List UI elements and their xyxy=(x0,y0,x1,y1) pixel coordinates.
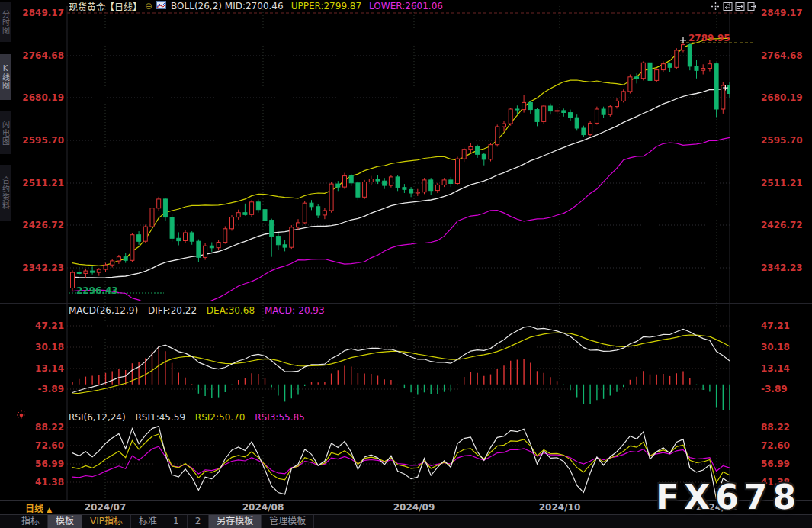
macd-header: MACD(26,12,9) DIFF:20.22 DEA:30.68 MACD:… xyxy=(69,305,325,316)
price-axis-label: 2764.68 xyxy=(761,51,803,61)
price-axis-label: 2680.19 xyxy=(15,93,64,103)
collapse-icon[interactable]: ⊖ xyxy=(145,1,152,11)
chart-header: 现货黄金【日线】 ⊖ BOLL(26,2) MID:2700.46 UPPER:… xyxy=(69,1,443,11)
boll-upper-value: UPPER:2799.87 xyxy=(291,1,361,11)
tab-indicators[interactable]: 指标 xyxy=(14,515,48,528)
tab-manage-template[interactable]: 管理模板 xyxy=(262,515,314,528)
macd-diff-value: DIFF:20.22 xyxy=(148,305,197,316)
macd-axis-label: -3.89 xyxy=(15,385,64,394)
macd-axis-label: 30.18 xyxy=(761,343,790,353)
pan-right-icon[interactable] xyxy=(747,2,757,11)
boll-mid-value: BOLL(26,2) MID:2700.46 xyxy=(171,1,284,11)
boll-lower-value: LOWER:2601.06 xyxy=(369,1,443,11)
macd-name: MACD(26,12,9) xyxy=(69,305,138,316)
price-axis-label: 2595.70 xyxy=(15,136,64,146)
x-axis-month-label: 2024/07 xyxy=(79,502,132,513)
price-axis-label: 2764.68 xyxy=(15,51,64,61)
watermark: FX678 xyxy=(656,478,801,517)
rsi1-value: RSI1:45.59 xyxy=(136,412,186,423)
rsi-axis-label: 72.60 xyxy=(761,441,790,451)
sidebar-item-time-chart[interactable]: 分时图 xyxy=(0,2,11,42)
rsi2-value: RSI2:50.70 xyxy=(195,412,246,423)
macd-dea-value: DEA:30.68 xyxy=(207,305,255,316)
price-axis-label: 2849.17 xyxy=(761,8,803,18)
rsi-header: RSI(6,12,24) RSI1:45.59 RSI2:50.70 RSI3:… xyxy=(69,412,305,423)
alert-dot-icon[interactable] xyxy=(15,409,27,421)
macd-axis-label: -3.89 xyxy=(761,385,788,394)
macd-axis-label: 47.21 xyxy=(761,321,790,331)
sidebar-item-label: 合约资料 xyxy=(0,176,11,210)
macd-axis-label: 30.18 xyxy=(15,343,64,353)
tab-templates[interactable]: 模板 xyxy=(48,515,82,528)
chart-toolbar xyxy=(711,2,757,11)
tab-save-template[interactable]: 另存模板 xyxy=(209,515,262,528)
price-axis-label: 2595.70 xyxy=(761,136,803,146)
chart-type-icon[interactable] xyxy=(156,1,166,11)
x-axis-month-label: 2024/09 xyxy=(387,502,441,513)
price-axis-label: 2342.23 xyxy=(761,263,803,273)
price-axis-label: 2680.19 xyxy=(761,93,803,103)
rsi-axis-label: 72.60 xyxy=(15,441,64,451)
low-price-annotation: 2296.43 xyxy=(76,285,118,296)
chart-canvas[interactable] xyxy=(0,0,812,528)
sidebar-item-kline-chart[interactable]: K线图 xyxy=(0,54,11,100)
price-axis-label: 2342.23 xyxy=(15,263,64,273)
x-axis-month-label: 2024/08 xyxy=(236,502,290,513)
x-axis-month-label: 2024/10 xyxy=(533,502,586,513)
instrument-title: 现货黄金【日线】 xyxy=(69,0,142,13)
rsi-axis-label: 56.99 xyxy=(761,459,790,469)
sidebar-item-contract-info[interactable]: 合约资料 xyxy=(0,165,11,221)
sidebar-item-label: 闪电图 xyxy=(0,121,11,146)
chart-application: 分时图 K线图 闪电图 合约资料 现货黄金【日线】 ⊖ BOLL(26,2) M… xyxy=(0,0,812,528)
period-label: 日线 xyxy=(25,504,43,514)
price-axis-label: 2426.72 xyxy=(761,221,803,230)
expand-horizontal-icon[interactable] xyxy=(735,2,745,11)
rsi3-value: RSI3:55.85 xyxy=(255,412,305,423)
period-selector[interactable]: 日线 ▲ xyxy=(25,501,52,514)
sidebar-item-label: K线图 xyxy=(0,64,11,90)
crosshair-icon[interactable] xyxy=(711,2,721,11)
macd-macd-value: MACD:-20.93 xyxy=(265,305,325,316)
rsi-axis-label: 88.22 xyxy=(761,423,790,433)
macd-axis-label: 13.14 xyxy=(15,364,64,374)
sidebar-item-label: 分时图 xyxy=(0,10,11,35)
rsi-name: RSI(6,12,24) xyxy=(69,412,126,423)
price-axis-label: 2849.17 xyxy=(15,8,64,18)
high-price-annotation: 2789.95 xyxy=(688,33,730,43)
macd-axis-label: 13.14 xyxy=(761,364,790,374)
macd-axis-label: 47.21 xyxy=(15,321,64,331)
dropdown-arrow-icon: ▲ xyxy=(47,506,52,514)
compress-horizontal-icon[interactable] xyxy=(723,2,733,11)
price-axis-label: 2511.21 xyxy=(15,179,64,188)
tab-vip-indicators[interactable]: VIP指标 xyxy=(82,515,131,528)
price-axis-label: 2511.21 xyxy=(761,179,803,188)
tab-1[interactable]: 1 xyxy=(165,515,188,528)
tab-standard[interactable]: 标准 xyxy=(131,515,165,528)
tab-2[interactable]: 2 xyxy=(188,515,210,528)
rsi-axis-label: 88.22 xyxy=(15,423,64,433)
rsi-axis-label: 41.38 xyxy=(15,478,64,488)
price-axis-label: 2426.72 xyxy=(15,221,64,230)
rsi-axis-label: 56.99 xyxy=(15,459,64,469)
sidebar-item-flash-chart[interactable]: 闪电图 xyxy=(0,111,11,154)
